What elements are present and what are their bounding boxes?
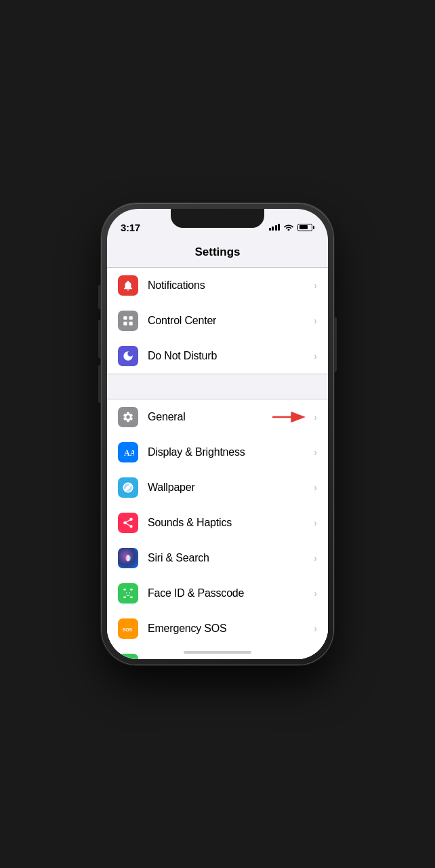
general-icon-wrapper	[118, 407, 138, 427]
face-id-icon	[122, 587, 134, 599]
sound-icon	[122, 517, 134, 529]
chevron-icon: ›	[314, 588, 317, 599]
svg-rect-13	[123, 597, 126, 598]
display-icon-wrapper: AA	[118, 442, 138, 462]
settings-group-2: General ›	[107, 399, 328, 659]
phone-frame: 3:17	[102, 203, 333, 665]
svg-rect-14	[130, 597, 133, 598]
group-divider-1	[107, 374, 328, 399]
face-id-label: Face ID & Passcode	[148, 587, 314, 599]
notifications-icon-wrapper	[118, 275, 138, 296]
chevron-icon: ›	[314, 447, 317, 458]
control-center-icon	[122, 315, 134, 327]
chevron-icon: ›	[314, 315, 317, 326]
status-time: 3:17	[121, 222, 140, 233]
do-not-disturb-label: Do Not Disturb	[148, 350, 314, 362]
chevron-icon: ›	[314, 623, 317, 634]
gear-icon	[122, 411, 134, 423]
wallpaper-icon-wrapper	[118, 477, 138, 498]
do-not-disturb-icon-wrapper	[118, 346, 138, 366]
svg-text:AA: AA	[124, 448, 134, 458]
settings-row-display-brightness[interactable]: AA Display & Brightness ›	[107, 435, 328, 470]
phone-screen: 3:17	[107, 209, 328, 659]
emergency-sos-label: Emergency SOS	[148, 623, 314, 635]
sounds-haptics-label: Sounds & Haptics	[148, 517, 314, 529]
volume-down-button[interactable]	[98, 365, 101, 403]
settings-list-2: General ›	[107, 399, 328, 659]
wallpaper-label: Wallpaper	[148, 481, 314, 494]
display-icon: AA	[122, 446, 134, 458]
power-button[interactable]	[334, 317, 337, 372]
sounds-icon-wrapper	[118, 513, 138, 533]
moon-icon	[122, 350, 134, 362]
page-title: Settings	[107, 239, 328, 267]
svg-point-9	[125, 556, 127, 560]
siri-icon	[122, 552, 134, 564]
battery-label: Battery	[148, 658, 314, 659]
screen-content: Settings Notifications ›	[107, 239, 328, 659]
settings-row-control-center[interactable]: Control Center ›	[107, 303, 328, 338]
home-indicator[interactable]	[184, 651, 251, 654]
chevron-icon: ›	[314, 553, 317, 564]
svg-text:SOS: SOS	[123, 627, 133, 632]
face-id-icon-wrapper	[118, 583, 138, 604]
svg-rect-1	[129, 316, 133, 319]
red-arrow-annotation	[271, 410, 308, 424]
chevron-icon: ›	[314, 280, 317, 291]
settings-row-siri-search[interactable]: Siri & Search ›	[107, 540, 328, 576]
chevron-icon: ›	[314, 517, 317, 528]
notifications-label: Notifications	[148, 279, 314, 292]
chevron-icon: ›	[314, 658, 317, 659]
status-icons	[269, 222, 315, 233]
wallpaper-icon	[122, 481, 134, 494]
svg-point-10	[129, 556, 131, 560]
svg-rect-0	[123, 316, 127, 319]
settings-row-do-not-disturb[interactable]: Do Not Disturb ›	[107, 338, 328, 374]
settings-row-wallpaper[interactable]: Wallpaper ›	[107, 470, 328, 505]
wifi-icon	[283, 222, 294, 233]
signal-icon	[269, 224, 281, 231]
notifications-icon	[122, 279, 134, 292]
chevron-icon: ›	[314, 412, 317, 422]
mute-button[interactable]	[98, 285, 101, 309]
settings-row-emergency-sos[interactable]: SOS Emergency SOS ›	[107, 611, 328, 646]
sos-icon: SOS	[122, 623, 134, 635]
settings-group-1: Notifications › Co	[107, 267, 328, 374]
battery-status-icon	[297, 224, 314, 231]
siri-search-label: Siri & Search	[148, 552, 314, 564]
general-label: General	[148, 411, 271, 423]
control-center-label: Control Center	[148, 315, 314, 327]
volume-up-button[interactable]	[98, 320, 101, 358]
chevron-icon: ›	[314, 351, 317, 361]
notch	[171, 209, 264, 228]
siri-icon-wrapper	[118, 548, 138, 568]
settings-row-face-id[interactable]: Face ID & Passcode ›	[107, 576, 328, 611]
display-brightness-label: Display & Brightness	[148, 446, 314, 458]
svg-rect-2	[123, 322, 127, 326]
control-center-icon-wrapper	[118, 311, 138, 331]
svg-rect-12	[130, 589, 133, 590]
emergency-sos-icon-wrapper: SOS	[118, 618, 138, 639]
chevron-icon: ›	[314, 482, 317, 493]
settings-list-1: Notifications › Co	[107, 267, 328, 374]
battery-setting-icon	[122, 658, 134, 659]
settings-row-sounds-haptics[interactable]: Sounds & Haptics ›	[107, 505, 328, 540]
svg-rect-3	[129, 322, 133, 326]
settings-row-general[interactable]: General ›	[107, 399, 328, 435]
battery-icon-wrapper	[118, 654, 138, 659]
settings-row-notifications[interactable]: Notifications ›	[107, 268, 328, 303]
svg-rect-11	[123, 589, 126, 590]
